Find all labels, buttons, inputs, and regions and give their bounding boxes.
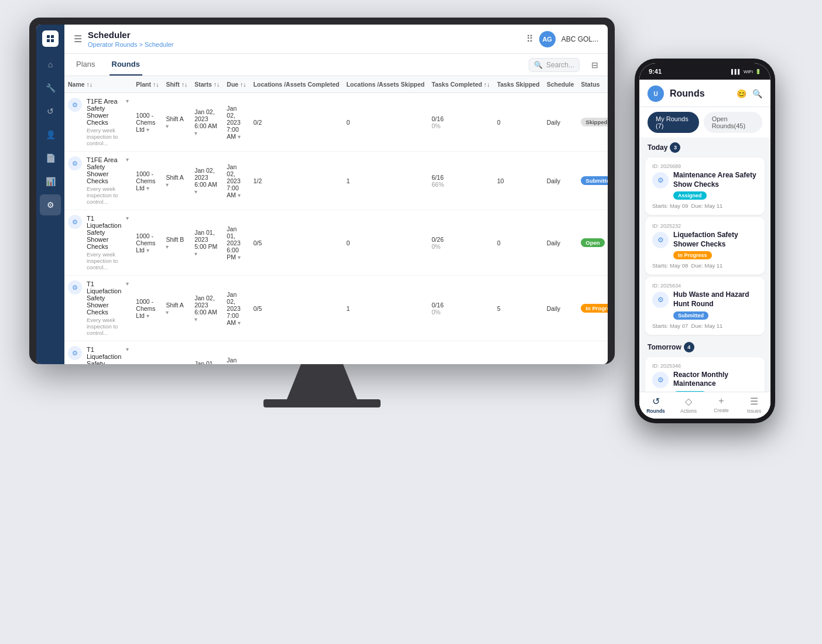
nav-rounds[interactable]: ↺ Rounds [639,396,672,414]
today-label: Today [648,143,667,152]
mobile-phone: 9:41 ▌▌▌ WiFi 🔋 U Rounds 😊 🔍 My Rounds (… [635,59,775,423]
col-tasks-skipped: Tasks Skipped [494,76,543,93]
round-badge-3: Submitted [673,311,708,320]
round-card-1[interactable]: ID: 2025689 ⚙ Maintenance Area Safety Sh… [645,157,765,215]
phone-search-icon[interactable]: 🔍 [752,89,762,98]
row-plant-4: 1000 - Chems Ltd ▾ [132,341,162,365]
row-shift-3: Shift A ▾ [162,276,191,341]
row-chevron-0[interactable]: ▾ [126,98,129,104]
row-status-0: Skipped [577,93,608,152]
monitor-stand [287,364,357,399]
header-title-block: Scheduler Operator Rounds > Scheduler [88,30,173,48]
row-due-3: Jan 02, 2023 7:00 AM ▾ [223,276,249,341]
row-name-main-4: T1 Liquefaction Safety Shower Checks [87,346,121,364]
phone-notifications-icon[interactable]: 😊 [737,89,746,98]
row-starts-3: Jan 02, 2023 6:00 AM ▾ [191,276,223,341]
round-title-row-1: ⚙ Maintenance Area Safety Show Checks As… [652,171,758,200]
col-plant: Plant ↑↓ [132,76,162,93]
row-shift-2: Shift B ▾ [162,210,191,276]
round-icon-3: ⚙ [652,292,669,308]
sidebar-icon-rounds[interactable]: ↺ [40,101,61,122]
tomorrow-count: 4 [684,342,694,352]
row-icon-4: ⚙ [68,346,82,360]
row-starts-2: Jan 01, 2023 5:00 PM ▾ [191,210,223,276]
round-name-4: Reactor Monthly Maintenance [673,371,758,389]
tab-my-rounds[interactable]: My Rounds (7) [648,112,699,133]
row-tasks-skipped-1: 10 [494,152,543,210]
tab-plans[interactable]: Plans [74,54,98,76]
tab-open-rounds[interactable]: Open Rounds(45) [704,112,762,133]
tomorrow-label: Tomorrow [648,343,681,351]
row-tasks-completed-0: 0/160% [428,93,494,152]
sidebar-icon-users[interactable]: 👤 [40,124,61,145]
table-row: ⚙ T1 Liquefaction Safety Shower Checks E… [64,210,608,276]
nav-actions-icon: ◇ [685,396,692,407]
row-name-main-0: T1FE Area Safety Shower Checks [87,98,121,126]
row-loc-completed-3: 0/5 [250,276,343,341]
round-title-row-2: ⚙ Liquefaction Safety Shower Checks In P… [652,231,758,259]
round-badge-2: In Progress [673,251,712,259]
sidebar-icon-settings[interactable]: ⚙ [40,194,61,215]
nav-create-icon: + [718,396,724,406]
row-status-3: In Progress [577,276,608,341]
row-shift-4: Shift A ▾ [162,341,191,365]
search-box[interactable]: 🔍 Search... [529,58,580,72]
row-name-main-1: T1FE Area Safety Shower Checks [87,156,121,184]
filter-icon[interactable]: ⊟ [591,60,598,70]
monitor-screen: ⌂ 🔧 ↺ 👤 📄 📊 ⚙ ☰ Scheduler Operat [36,25,608,364]
row-due-2: Jan 01, 2023 6:00 PM ▾ [223,210,249,276]
nav-actions[interactable]: ◇ Actions [672,396,705,414]
row-name-sub-3: Every week inspection to control... [87,317,121,336]
tab-rounds[interactable]: Rounds [109,54,142,76]
row-loc-skipped-0: 0 [343,93,429,152]
row-chevron-3[interactable]: ▾ [126,280,129,287]
phone-app-header: U Rounds 😊 🔍 [639,80,770,107]
round-name-2: Liquefaction Safety Shower Checks [673,231,758,249]
row-name-main-3: T1 Liquefaction Safety Shower Checks [87,280,121,316]
round-info-3: Hub Waste and Hazard Hunt Round Submitte… [673,290,758,319]
round-card-2[interactable]: ID: 2025232 ⚙ Liquefaction Safety Shower… [645,217,765,275]
row-tasks-completed-1: 6/1666% [428,152,494,210]
nav-rounds-icon: ↺ [652,396,660,407]
grid-icon[interactable]: ⠿ [526,33,533,44]
sidebar-icon-home[interactable]: ⌂ [40,54,61,75]
desktop-monitor: ⌂ 🔧 ↺ 👤 📄 📊 ⚙ ☰ Scheduler Operat [29,18,615,407]
row-tasks-completed-3: 0/160% [428,276,494,341]
row-icon-0: ⚙ [68,98,82,112]
phone-header-icons: 😊 🔍 [737,89,762,98]
row-chevron-2[interactable]: ▾ [126,215,129,221]
round-dates-1: Starts: May 09 Due: May 11 [652,203,758,209]
breadcrumb: Operator Rounds > Scheduler [88,41,173,48]
round-badge-1: Assigned [673,191,707,200]
nav-issues-icon: ☰ [750,396,758,407]
row-starts-4: Jan 01, 2023 10:00 AM ▾ [191,341,223,365]
round-info-2: Liquefaction Safety Shower Checks In Pro… [673,231,758,259]
col-loc-completed: Locations /Assets Completed [250,76,343,93]
hamburger-icon[interactable]: ☰ [74,33,82,44]
battery-icon: 🔋 [755,69,761,74]
row-plant-3: 1000 - Chems Ltd ▾ [132,276,162,341]
sidebar-icon-tools[interactable]: 🔧 [40,77,61,98]
phone-avatar: U [648,85,664,102]
col-schedule: Schedule [543,76,578,93]
today-count: 3 [670,142,680,153]
row-chevron-4[interactable]: ▾ [126,346,129,352]
row-name-sub-2: Every week inspection to control... [87,251,121,270]
table-row: ⚙ T1FE Area Safety Shower Checks Every w… [64,152,608,210]
phone-status-icons: ▌▌▌ WiFi 🔋 [731,69,761,74]
round-card-3[interactable]: ID: 2025634 ⚙ Hub Waste and Hazard Hunt … [645,277,765,334]
phone-bottom-nav: ↺ Rounds ◇ Actions + Create ☰ Issues [639,392,770,419]
row-tasks-completed-2: 0/260% [428,210,494,276]
row-name-sub-1: Every week inspection to control... [87,186,121,205]
monitor-base [263,399,381,407]
nav-issues[interactable]: ☰ Issues [738,396,770,414]
col-due: Due ↑↓ [223,76,249,93]
row-chevron-1[interactable]: ▾ [126,156,129,163]
row-loc-skipped-1: 1 [343,152,429,210]
sidebar-icon-docs[interactable]: 📄 [40,148,61,169]
row-icon-2: ⚙ [68,215,82,229]
nav-create[interactable]: + Create [705,396,738,414]
desktop-app: ⌂ 🔧 ↺ 👤 📄 📊 ⚙ ☰ Scheduler Operat [36,25,608,364]
sidebar-icon-chart[interactable]: 📊 [40,171,61,192]
row-plant-1: 1000 - Chems Ltd ▾ [132,152,162,210]
